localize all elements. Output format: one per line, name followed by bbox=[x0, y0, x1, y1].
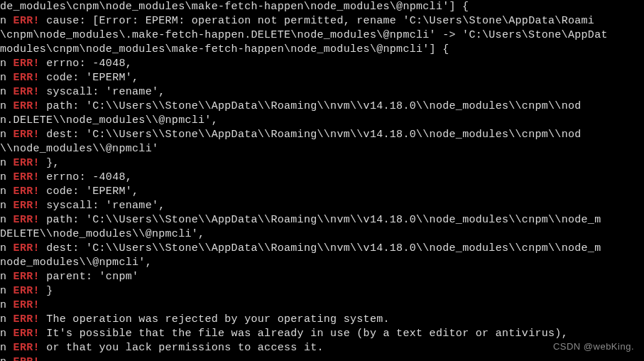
line-text: The operation was rejected by your opera… bbox=[46, 313, 390, 325]
terminal-line: \\node_modules\\@npmcli' bbox=[0, 142, 644, 156]
line-prefix: n bbox=[0, 157, 13, 169]
terminal-line: n ERR! code: 'EPERM', bbox=[0, 185, 644, 199]
terminal-line: n ERR! errno: -4048, bbox=[0, 171, 644, 185]
error-label: ERR! bbox=[13, 313, 40, 325]
separator bbox=[40, 72, 46, 84]
line-text: dest: 'C:\\Users\\Stone\\AppData\\Roamin… bbox=[46, 242, 601, 254]
terminal-line: de_modules\cnpm\node_modules\make-fetch-… bbox=[0, 0, 644, 14]
separator bbox=[40, 214, 46, 226]
line-prefix: n bbox=[0, 100, 13, 112]
error-label: ERR! bbox=[13, 214, 40, 226]
line-prefix: n bbox=[0, 356, 13, 361]
terminal-line: n ERR! dest: 'C:\\Users\\Stone\\AppData\… bbox=[0, 128, 644, 142]
terminal-line: n ERR! path: 'C:\\Users\\Stone\\AppData\… bbox=[0, 99, 644, 114]
line-prefix: n bbox=[0, 171, 13, 183]
error-label: ERR! bbox=[13, 342, 40, 354]
separator bbox=[40, 200, 46, 212]
separator bbox=[40, 129, 46, 141]
line-prefix: n bbox=[0, 342, 13, 354]
line-text: \cnpm\node_modules\.make-fetch-happen.DE… bbox=[0, 29, 608, 41]
separator bbox=[40, 86, 46, 98]
terminal-line: DELETE\\node_modules\\@npmcli', bbox=[0, 227, 644, 242]
line-text: DELETE\\node_modules\\@npmcli', bbox=[0, 228, 204, 240]
line-text: or that you lack permissions to access i… bbox=[46, 342, 324, 354]
terminal-line: n ERR! or that you lack permissions to a… bbox=[0, 341, 644, 355]
terminal-line: n ERR! }, bbox=[0, 156, 644, 171]
line-prefix: n bbox=[0, 58, 13, 70]
separator bbox=[40, 58, 46, 70]
line-text: path: 'C:\\Users\\Stone\\AppData\\Roamin… bbox=[46, 214, 601, 226]
error-label: ERR! bbox=[13, 185, 40, 198]
terminal-line: modules\cnpm\node_modules\make-fetch-hap… bbox=[0, 43, 644, 57]
terminal-line: n ERR! syscall: 'rename', bbox=[0, 85, 644, 99]
line-text: cause: [Error: EPERM: operation not perm… bbox=[46, 15, 594, 27]
separator bbox=[40, 313, 46, 325]
line-text: errno: -4048, bbox=[46, 58, 132, 70]
line-text: \\node_modules\\@npmcli' bbox=[0, 143, 158, 155]
terminal-line: n ERR! } bbox=[0, 284, 644, 298]
line-text: path: 'C:\\Users\\Stone\\AppData\\Roamin… bbox=[46, 100, 581, 112]
terminal-line: n ERR! path: 'C:\\Users\\Stone\\AppData\… bbox=[0, 213, 644, 227]
line-text: node_modules\\@npmcli', bbox=[0, 257, 152, 269]
terminal-output: de_modules\cnpm\node_modules\make-fetch-… bbox=[0, 0, 644, 361]
separator bbox=[40, 157, 46, 169]
terminal-line: n ERR! cause: [Error: EPERM: operation n… bbox=[0, 14, 644, 28]
line-text: }, bbox=[46, 157, 60, 169]
line-prefix: n bbox=[0, 72, 13, 84]
line-prefix: n bbox=[0, 271, 13, 283]
line-text: code: 'EPERM', bbox=[46, 185, 138, 198]
error-label: ERR! bbox=[13, 356, 40, 361]
error-label: ERR! bbox=[13, 72, 40, 84]
terminal-line: n ERR! It's possible that the file was a… bbox=[0, 327, 644, 341]
separator bbox=[40, 171, 46, 183]
separator bbox=[40, 285, 46, 297]
line-prefix: n bbox=[0, 185, 13, 198]
error-label: ERR! bbox=[13, 328, 40, 340]
line-text: n.DELETE\\node_modules\\@npmcli', bbox=[0, 114, 218, 126]
line-prefix: n bbox=[0, 285, 13, 297]
line-text: syscall: 'rename', bbox=[46, 200, 165, 212]
separator bbox=[40, 242, 46, 254]
error-label: ERR! bbox=[13, 271, 40, 283]
line-text: code: 'EPERM', bbox=[46, 72, 138, 84]
error-label: ERR! bbox=[13, 171, 40, 183]
separator bbox=[40, 328, 46, 340]
error-label: ERR! bbox=[13, 86, 40, 98]
line-text: parent: 'cnpm' bbox=[46, 271, 138, 283]
line-text: dest: 'C:\\Users\\Stone\\AppData\\Roamin… bbox=[46, 129, 581, 141]
line-text: de_modules\cnpm\node_modules\make-fetch-… bbox=[0, 1, 469, 13]
watermark-label: CSDN @webKing. bbox=[553, 340, 634, 354]
line-prefix: n bbox=[0, 328, 13, 340]
line-text: } bbox=[46, 285, 53, 297]
terminal-line: n ERR! code: 'EPERM', bbox=[0, 71, 644, 85]
error-label: ERR! bbox=[13, 299, 40, 311]
line-text: It's possible that the file was already … bbox=[46, 328, 568, 340]
error-label: ERR! bbox=[13, 129, 40, 141]
line-prefix: n bbox=[0, 242, 13, 254]
separator bbox=[40, 100, 46, 112]
line-text: errno: -4048, bbox=[46, 171, 132, 183]
terminal-line: n ERR! bbox=[0, 355, 644, 361]
separator bbox=[40, 271, 46, 283]
separator bbox=[40, 342, 46, 354]
separator bbox=[40, 185, 46, 198]
line-prefix: n bbox=[0, 129, 13, 141]
error-label: ERR! bbox=[13, 15, 40, 27]
line-text: modules\cnpm\node_modules\make-fetch-hap… bbox=[0, 43, 449, 55]
terminal-line: n ERR! parent: 'cnpm' bbox=[0, 270, 644, 284]
terminal-line: \cnpm\node_modules\.make-fetch-happen.DE… bbox=[0, 28, 644, 43]
line-prefix: n bbox=[0, 15, 13, 27]
line-prefix: n bbox=[0, 200, 13, 212]
error-label: ERR! bbox=[13, 58, 40, 70]
error-label: ERR! bbox=[13, 200, 40, 212]
line-prefix: n bbox=[0, 299, 13, 311]
line-prefix: n bbox=[0, 214, 13, 226]
terminal-line: n ERR! errno: -4048, bbox=[0, 57, 644, 71]
terminal-line: n ERR! The operation was rejected by you… bbox=[0, 313, 644, 327]
separator bbox=[40, 15, 46, 27]
error-label: ERR! bbox=[13, 242, 40, 254]
line-text: syscall: 'rename', bbox=[46, 86, 165, 98]
line-prefix: n bbox=[0, 313, 13, 325]
terminal-line: n ERR! dest: 'C:\\Users\\Stone\\AppData\… bbox=[0, 242, 644, 256]
terminal-line: node_modules\\@npmcli', bbox=[0, 256, 644, 270]
